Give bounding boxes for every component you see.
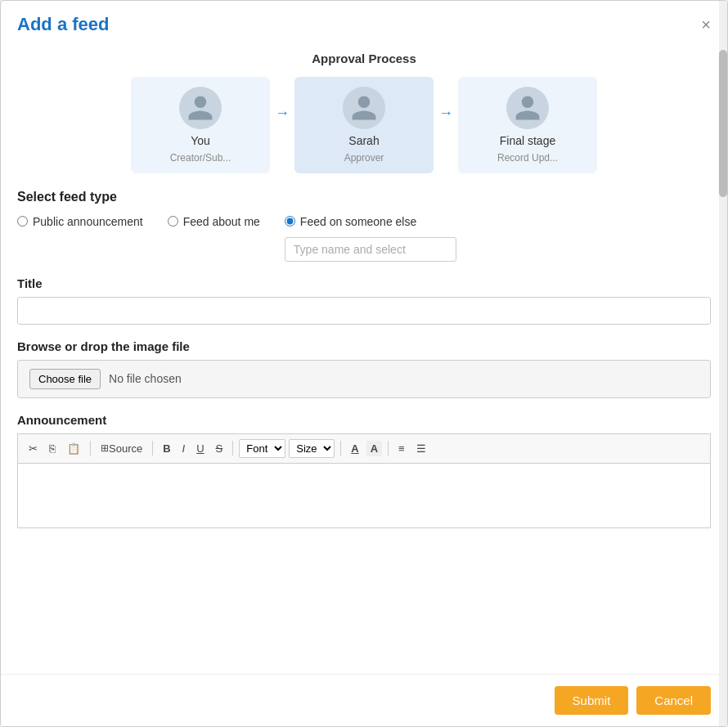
approval-process-section: Approval Process You Creator/Sub... → bbox=[17, 52, 711, 173]
toolbar-divider-3 bbox=[232, 441, 233, 455]
toolbar-divider-2 bbox=[152, 441, 153, 455]
scrollbar-track bbox=[719, 1, 727, 726]
step-name-sarah: Sarah bbox=[348, 134, 379, 147]
copy-button[interactable]: ⎘ bbox=[45, 441, 60, 456]
source-icon: ⊞ bbox=[101, 442, 109, 454]
cancel-button[interactable]: Cancel bbox=[636, 686, 711, 715]
announcement-label: Announcement bbox=[17, 413, 711, 427]
title-input[interactable] bbox=[17, 297, 711, 325]
feed-type-label: Select feed type bbox=[17, 190, 711, 204]
scrollbar-thumb[interactable] bbox=[719, 50, 727, 197]
modal-footer: Submit Cancel bbox=[1, 674, 727, 726]
modal-header: Add a feed × bbox=[1, 1, 727, 43]
title-label: Title bbox=[17, 276, 711, 290]
radio-public[interactable] bbox=[17, 216, 28, 227]
cut-button[interactable]: ✂ bbox=[25, 441, 42, 456]
arrow-1: → bbox=[275, 105, 290, 122]
paste-button[interactable]: 📋 bbox=[63, 441, 84, 456]
font-color-button[interactable]: A bbox=[347, 441, 362, 456]
radio-option-feed-someone[interactable]: Feed on someone else bbox=[285, 214, 456, 231]
image-label: Browse or drop the image file bbox=[17, 339, 711, 353]
italic-button[interactable]: I bbox=[178, 441, 190, 456]
radio-feed-me[interactable] bbox=[168, 216, 178, 227]
font-select[interactable]: Font bbox=[239, 439, 285, 458]
size-select[interactable]: Size bbox=[289, 439, 335, 458]
step-role-you: Creator/Sub... bbox=[170, 152, 231, 164]
title-section: Title bbox=[17, 276, 711, 325]
approval-step-final: Final stage Record Upd... bbox=[458, 77, 597, 173]
avatar-final bbox=[506, 87, 549, 129]
radio-option-feed-me[interactable]: Feed about me bbox=[168, 214, 260, 231]
source-label: Source bbox=[109, 442, 142, 455]
step-role-sarah: Approver bbox=[344, 152, 384, 164]
editor-body[interactable] bbox=[17, 463, 711, 528]
approval-steps: You Creator/Sub... → Sarah Approver → bbox=[17, 77, 711, 173]
toolbar-divider-5 bbox=[388, 441, 389, 455]
avatar-you bbox=[179, 87, 222, 129]
close-button[interactable]: × bbox=[701, 16, 711, 33]
radio-label-feed-me: Feed about me bbox=[183, 214, 260, 231]
toolbar-divider-1 bbox=[90, 441, 91, 455]
image-section: Browse or drop the image file Choose fil… bbox=[17, 339, 711, 398]
source-button[interactable]: ⊞ Source bbox=[97, 441, 146, 456]
underline-button[interactable]: U bbox=[192, 441, 208, 456]
image-drop-area: Choose file No file chosen bbox=[17, 360, 711, 398]
submit-button[interactable]: Submit bbox=[555, 686, 629, 715]
strikethrough-button[interactable]: S bbox=[212, 441, 227, 456]
radio-label-feed-someone: Feed on someone else bbox=[300, 214, 416, 231]
radio-feed-someone[interactable] bbox=[285, 216, 295, 227]
feed-type-section: Select feed type Public announcement Fee… bbox=[17, 190, 711, 262]
approval-process-title: Approval Process bbox=[17, 52, 711, 65]
type-name-input[interactable] bbox=[285, 237, 456, 262]
approval-step-sarah: Sarah Approver bbox=[294, 77, 434, 173]
step-name-you: You bbox=[191, 134, 210, 147]
bold-button[interactable]: B bbox=[159, 441, 174, 456]
radio-option-public[interactable]: Public announcement bbox=[17, 214, 143, 231]
choose-file-button[interactable]: Choose file bbox=[29, 369, 101, 389]
announcement-section: Announcement ✂ ⎘ 📋 ⊞ Source B I bbox=[17, 413, 711, 528]
modal-title: Add a feed bbox=[17, 14, 109, 35]
radio-group: Public announcement Feed about me Feed o… bbox=[17, 214, 711, 262]
no-file-text: No file chosen bbox=[109, 372, 182, 385]
modal-body: Approval Process You Creator/Sub... → bbox=[1, 43, 727, 674]
avatar-sarah bbox=[343, 87, 385, 129]
ordered-list-button[interactable]: ≡ bbox=[394, 441, 409, 456]
highlight-button[interactable]: A bbox=[366, 441, 382, 456]
approval-step-you: You Creator/Sub... bbox=[131, 77, 270, 173]
step-role-final: Record Upd... bbox=[497, 152, 558, 164]
modal-container: Add a feed × Approval Process You Creato… bbox=[0, 0, 728, 727]
feed-someone-block: Feed on someone else bbox=[285, 214, 456, 262]
unordered-list-button[interactable]: ☰ bbox=[412, 441, 430, 456]
arrow-2: → bbox=[438, 105, 453, 122]
editor-toolbar: ✂ ⎘ 📋 ⊞ Source B I U S bbox=[17, 433, 711, 463]
toolbar-divider-4 bbox=[340, 441, 341, 455]
step-name-final: Final stage bbox=[500, 134, 555, 147]
radio-label-public: Public announcement bbox=[33, 214, 143, 231]
